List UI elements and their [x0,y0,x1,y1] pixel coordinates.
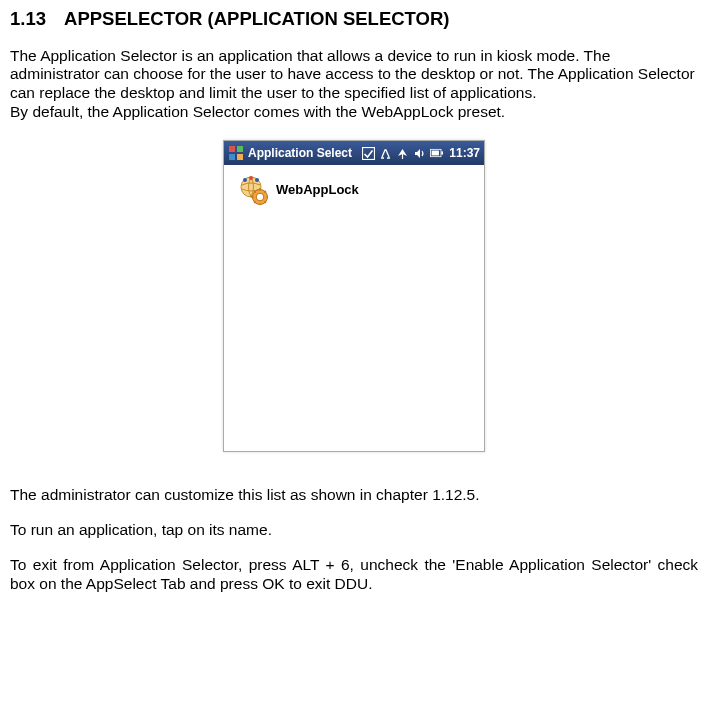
paragraph-run: To run an application, tap on its name. [10,521,698,540]
signal-icon[interactable] [396,147,409,160]
svg-rect-2 [229,154,235,160]
svg-point-22 [256,193,264,201]
system-tray: 11:37 [362,146,480,161]
section-title: APPSELECTOR (APPLICATION SELECTOR) [64,8,449,29]
svg-rect-1 [237,146,243,152]
section-heading: 1.13APPSELECTOR (APPLICATION SELECTOR) [10,8,698,31]
window-title: Application Select [248,146,352,161]
paragraph-exit: To exit from Application Selector, press… [10,556,698,594]
svg-rect-0 [229,146,235,152]
app-item-webapplock[interactable]: WebAppLock [224,165,484,205]
svg-rect-3 [237,154,243,160]
embedded-screenshot: Application Select [10,140,698,452]
paragraph-intro-1: The Application Selector is an applicati… [10,47,698,104]
svg-point-11 [249,176,253,180]
clock[interactable]: 11:37 [447,146,480,161]
app-item-label: WebAppLock [276,182,359,198]
section-number: 1.13 [10,8,46,31]
svg-point-10 [243,178,247,182]
svg-rect-8 [432,151,439,156]
paragraph-intro-2: By default, the Application Selector com… [10,103,698,122]
svg-point-12 [255,178,259,182]
battery-icon[interactable] [430,147,443,160]
webapplock-icon [238,175,268,205]
connectivity-icon[interactable] [379,147,392,160]
app-list-area: WebAppLock [224,165,484,451]
volume-icon[interactable] [413,147,426,160]
svg-rect-7 [442,152,444,155]
paragraph-customize: The administrator can customize this lis… [10,486,698,505]
svg-rect-4 [363,147,375,159]
windows-start-icon[interactable] [228,145,244,161]
ok-check-icon[interactable] [362,147,375,160]
device-frame: Application Select [223,140,485,452]
window-titlebar: Application Select [224,141,484,165]
